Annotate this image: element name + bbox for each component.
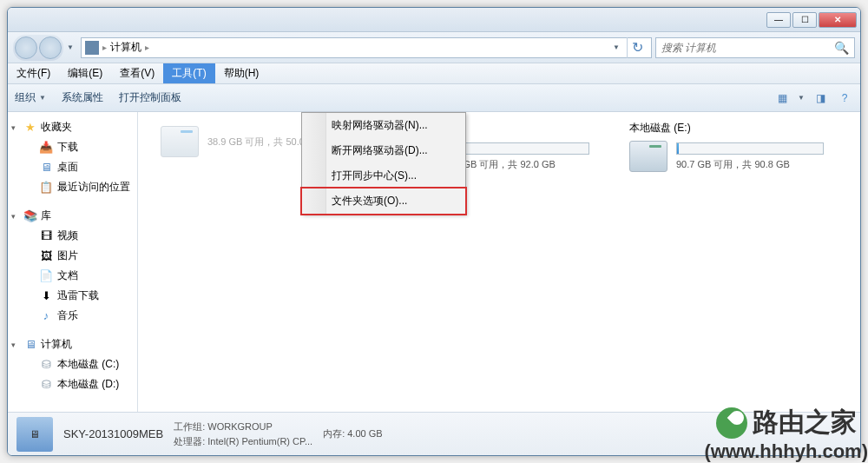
toolbar-organize[interactable]: 组织 ▼ (15, 90, 46, 105)
sidebar-libraries-label: 库 (41, 208, 51, 223)
sidebar-item-downloads[interactable]: 📥 下载 (8, 137, 137, 157)
sidebar-item-music[interactable]: ♪ 音乐 (8, 306, 137, 326)
status-details: 工作组: WORKGROUP 处理器: Intel(R) Pentium(R) … (174, 420, 312, 448)
nav-buttons (13, 35, 63, 61)
preview-pane-icon[interactable]: ◨ (812, 89, 829, 107)
menubar: 文件(F) 编辑(E) 查看(V) 工具(T) 帮助(H) (8, 63, 860, 84)
toolbar-right: ▦ ▼ ◨ ? (773, 89, 853, 107)
dropdown-sync-center[interactable]: 打开同步中心(S)... (302, 163, 465, 189)
sidebar-item-drive-d[interactable]: ⛁ 本地磁盘 (D:) (8, 374, 137, 394)
content-pane: 映射网络驱动器(N)... 断开网络驱动器(D)... 打开同步中心(S)...… (138, 112, 860, 412)
back-button[interactable] (15, 36, 37, 59)
breadcrumb-separator-icon: ▸ (145, 43, 149, 52)
search-bar[interactable]: 🔍 (655, 37, 855, 58)
sidebar-item-pictures[interactable]: 🖼 图片 (8, 246, 137, 266)
sidebar-item-desktop[interactable]: 🖥 桌面 (8, 157, 137, 177)
sidebar-computer-label: 计算机 (41, 337, 72, 352)
dropdown-disconnect-drive[interactable]: 断开网络驱动器(D)... (302, 138, 465, 163)
maximize-button[interactable] (792, 12, 817, 28)
tools-dropdown: 映射网络驱动器(N)... 断开网络驱动器(D)... 打开同步中心(S)...… (301, 112, 466, 215)
drive-icon: ⛁ (39, 358, 53, 372)
body: ▾ ★ 收藏夹 📥 下载 🖥 桌面 📋 最近访问的位置 (8, 112, 860, 412)
toolbar-control-panel[interactable]: 打开控制面板 (119, 90, 181, 105)
sidebar-item-label: 音乐 (57, 308, 78, 323)
sidebar-favorites-label: 收藏夹 (41, 120, 72, 135)
minimize-button[interactable] (766, 12, 791, 28)
status-memory: 4.00 GB (347, 428, 382, 439)
sidebar-item-label: 迅雷下载 (57, 288, 99, 303)
sidebar-libraries: ▾ 📚 库 🎞 视频 🖼 图片 📄 文档 ⬇ 迅 (8, 206, 137, 326)
sidebar-item-label: 视频 (57, 228, 78, 243)
toolbar: 组织 ▼ 系统属性 打开控制面板 ▦ ▼ ◨ ? (8, 84, 860, 112)
sidebar-item-recent[interactable]: 📋 最近访问的位置 (8, 177, 137, 197)
drive-icon: ⛁ (39, 378, 53, 392)
picture-icon: 🖼 (39, 249, 53, 263)
star-icon: ★ (23, 121, 37, 135)
titlebar (8, 8, 860, 32)
sidebar-item-label: 桌面 (57, 160, 78, 175)
computer-icon: 🖥 (23, 338, 37, 352)
status-memory-block: 内存: 4.00 GB (323, 427, 382, 440)
desktop-icon: 🖥 (39, 161, 53, 175)
toolbar-organize-label: 组织 (15, 90, 36, 105)
dropdown-folder-options[interactable]: 文件夹选项(O)... (300, 187, 467, 215)
sidebar-item-label: 图片 (57, 248, 78, 263)
nav-history-dropdown[interactable]: ▼ (67, 43, 77, 51)
recent-icon: 📋 (39, 181, 53, 195)
drive-info: 90.7 GB 可用，共 90.8 GB (676, 158, 824, 171)
computer-icon (85, 41, 99, 55)
toolbar-properties[interactable]: 系统属性 (62, 90, 103, 105)
breadcrumb-separator-icon: ▸ (102, 43, 107, 52)
drive-icon (161, 126, 199, 157)
expand-icon[interactable]: ▾ (11, 341, 16, 349)
sidebar-item-documents[interactable]: 📄 文档 (8, 266, 137, 286)
sidebar-favorites-header[interactable]: ▾ ★ 收藏夹 (8, 117, 137, 137)
search-input[interactable] (661, 42, 834, 54)
drive-card-e[interactable]: 本地磁盘 (E:) 90.7 GB 可用，共 90.8 GB (629, 121, 846, 172)
menu-help[interactable]: 帮助(H) (215, 63, 268, 83)
expand-icon[interactable]: ▾ (11, 123, 16, 132)
sidebar-favorites: ▾ ★ 收藏夹 📥 下载 🖥 桌面 📋 最近访问的位置 (8, 117, 137, 197)
breadcrumb-location[interactable]: 计算机 (110, 40, 141, 55)
sidebar-computer-header[interactable]: ▾ 🖥 计算机 (8, 334, 137, 354)
status-computer-name: SKY-20131009MEB (63, 427, 163, 440)
status-memory-label: 内存: (323, 428, 345, 439)
downloads-icon: 📥 (39, 141, 53, 155)
sidebar-computer: ▾ 🖥 计算机 ⛁ 本地磁盘 (C:) ⛁ 本地磁盘 (D:) (8, 334, 137, 394)
computer-large-icon: 🖥 (16, 417, 53, 452)
refresh-button[interactable]: ↻ (627, 37, 648, 58)
close-button[interactable] (819, 12, 857, 28)
statusbar: 🖥 SKY-20131009MEB 工作组: WORKGROUP 处理器: In… (8, 412, 860, 455)
music-icon: ♪ (39, 309, 53, 323)
dropdown-map-drive[interactable]: 映射网络驱动器(N)... (302, 113, 465, 138)
help-icon[interactable]: ? (836, 89, 853, 107)
menu-view[interactable]: 查看(V) (111, 63, 163, 83)
sidebar-libraries-header[interactable]: ▾ 📚 库 (8, 206, 137, 226)
drive-usage-bar (676, 142, 824, 155)
forward-button[interactable] (39, 36, 62, 59)
video-icon: 🎞 (39, 229, 53, 243)
view-mode-icon[interactable]: ▦ (773, 89, 791, 107)
document-icon: 📄 (39, 269, 53, 283)
sidebar-item-videos[interactable]: 🎞 视频 (8, 226, 137, 246)
dropdown-icon[interactable]: ▼ (798, 94, 805, 102)
drive-icon (629, 141, 667, 172)
menu-tools[interactable]: 工具(T) (163, 63, 214, 83)
search-icon[interactable]: 🔍 (834, 41, 849, 55)
status-workgroup: WORKGROUP (207, 421, 273, 432)
menu-edit[interactable]: 编辑(E) (59, 63, 111, 83)
address-dropdown-icon[interactable]: ▼ (609, 43, 623, 51)
sidebar-item-label: 文档 (57, 268, 78, 283)
sidebar-item-label: 下载 (57, 140, 78, 155)
navbar: ▼ ▸ 计算机 ▸ ▼ ↻ 🔍 (8, 32, 860, 63)
status-processor: Intel(R) Pentium(R) CP... (207, 436, 312, 446)
sidebar-item-thunder[interactable]: ⬇ 迅雷下载 (8, 286, 137, 306)
explorer-window: ▼ ▸ 计算机 ▸ ▼ ↻ 🔍 文件(F) 编辑(E) 查看(V) 工具(T) … (7, 7, 861, 456)
expand-icon[interactable]: ▾ (11, 212, 16, 221)
status-processor-label: 处理器: (174, 436, 205, 446)
sidebar-item-label: 本地磁盘 (D:) (57, 377, 119, 392)
sidebar-item-drive-c[interactable]: ⛁ 本地磁盘 (C:) (8, 354, 137, 374)
menu-file[interactable]: 文件(F) (8, 63, 59, 83)
sidebar-item-label: 本地磁盘 (C:) (57, 357, 119, 372)
address-bar[interactable]: ▸ 计算机 ▸ ▼ ↻ (81, 37, 652, 58)
